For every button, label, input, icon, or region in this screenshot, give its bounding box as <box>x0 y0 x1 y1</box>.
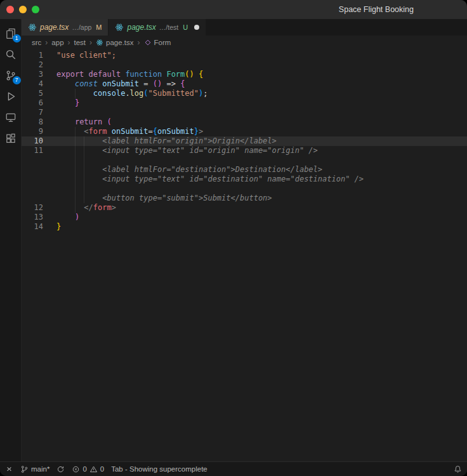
code-line-text <box>56 60 467 70</box>
line-number: 6 <box>22 98 56 108</box>
tab-directory: …/test <box>159 23 178 31</box>
line-number: 14 <box>22 222 56 232</box>
code-line[interactable]: 8 return ( <box>22 117 467 127</box>
code-line-text: <form onSubmit={onSubmit}> <box>56 127 467 136</box>
warning-count: 0 <box>100 465 104 473</box>
code-line[interactable]: 4 const onSubmit = () => { <box>22 79 467 89</box>
activity-run-debug[interactable] <box>2 86 20 107</box>
code-line[interactable]: 1"use client"; <box>22 51 467 60</box>
tab-filename: page.tsx <box>127 23 155 32</box>
code-line[interactable]: 11 <input type="text" id="origin" name="… <box>22 146 467 155</box>
activity-remote-explorer[interactable] <box>2 107 20 128</box>
sync-changes[interactable] <box>56 465 65 473</box>
breadcrumb-separator: › <box>138 38 140 47</box>
tab-page-tsx-app[interactable]: page.tsx …/app M <box>22 19 108 36</box>
code-line-text: <input type="text" id="origin" name="ori… <box>56 146 467 155</box>
code-area[interactable]: 1"use client";23export default function … <box>22 50 467 461</box>
symbol-function-icon <box>144 39 152 46</box>
traffic-lights <box>0 6 44 13</box>
indent-guide <box>84 175 84 184</box>
line-number: 5 <box>22 89 56 98</box>
run-debug-icon <box>5 91 16 102</box>
error-count: 0 <box>82 465 86 473</box>
indent-guide <box>84 194 84 203</box>
breadcrumb-symbol-form[interactable]: Form <box>144 39 171 46</box>
line-number <box>22 165 56 175</box>
activity-explorer[interactable]: 1 <box>2 23 20 44</box>
git-branch-status[interactable]: main* <box>20 465 49 473</box>
errors-icon <box>72 465 80 473</box>
code-line-text <box>56 184 467 194</box>
code-line[interactable]: 6 } <box>22 98 467 108</box>
activity-extensions[interactable] <box>2 128 20 149</box>
indent-guide <box>75 194 76 203</box>
indent-guide <box>75 203 76 213</box>
status-bar: main* 0 0 Tab - Showing supercomplete <box>0 461 467 476</box>
minimize-window-button[interactable] <box>19 6 27 13</box>
breadcrumb: src › app › test › page.tsx <box>22 36 467 50</box>
code-line[interactable]: 7 <box>22 108 467 117</box>
notifications[interactable] <box>454 465 462 473</box>
tab-directory: …/app <box>72 23 91 31</box>
line-number: 8 <box>22 117 56 127</box>
code-line[interactable]: <input type="text" id="destination" name… <box>22 175 467 184</box>
title-bar[interactable]: Space Flight Booking <box>0 0 467 19</box>
unsaved-dot-indicator[interactable] <box>194 25 199 30</box>
explorer-badge: 1 <box>13 34 21 43</box>
code-line[interactable]: 10 <label htmlFor="origin">Origin</label… <box>22 136 467 146</box>
breadcrumb-separator: › <box>68 38 70 47</box>
vscode-window: Space Flight Booking 1 <box>0 0 467 476</box>
code-line-text <box>56 155 467 165</box>
source-control-badge: 7 <box>13 76 21 84</box>
code-line[interactable]: <button type="submit">Submit</button> <box>22 194 467 203</box>
code-line[interactable]: 5 console.log("Submitted"); <box>22 89 467 98</box>
breadcrumb-label: page.tsx <box>106 39 133 46</box>
breadcrumb-page-tsx[interactable]: page.tsx <box>96 39 133 46</box>
code-line[interactable]: <label htmlFor="destination">Destination… <box>22 165 467 175</box>
problems-status[interactable]: 0 0 <box>72 465 104 473</box>
breadcrumb-label: app <box>51 39 63 46</box>
activity-bar: 1 7 <box>0 19 22 461</box>
tab-page-tsx-test[interactable]: page.tsx …/test U <box>109 19 206 36</box>
zoom-window-button[interactable] <box>32 6 39 13</box>
line-number <box>22 155 56 165</box>
code-line[interactable] <box>22 155 467 165</box>
code-line[interactable]: 13 ) <box>22 213 467 222</box>
indent-guide <box>75 146 76 155</box>
activity-source-control[interactable]: 7 <box>2 65 20 86</box>
code-line[interactable]: 9 <form onSubmit={onSubmit}> <box>22 127 467 136</box>
code-line-text: <label htmlFor="origin">Origin</label> <box>56 136 467 146</box>
indent-guide <box>75 127 76 136</box>
line-number <box>22 194 56 203</box>
indent-guide <box>75 184 76 194</box>
code-line[interactable]: 12 </form> <box>22 203 467 213</box>
breadcrumb-src[interactable]: src <box>32 39 41 46</box>
branch-name: main* <box>31 465 49 473</box>
breadcrumb-label: test <box>74 39 86 46</box>
breadcrumb-label: src <box>32 39 41 46</box>
remote-indicator[interactable] <box>5 465 13 473</box>
indent-guide <box>84 155 84 165</box>
code-line-text: <button type="submit">Submit</button> <box>56 194 467 203</box>
indent-guide <box>75 136 76 146</box>
code-line-text: "use client"; <box>56 51 467 60</box>
line-number <box>22 175 56 184</box>
line-number: 1 <box>22 51 56 60</box>
close-window-button[interactable] <box>6 6 14 13</box>
git-status-badge: M <box>96 23 102 31</box>
activity-search[interactable] <box>2 44 20 65</box>
code-line[interactable]: 3export default function Form() { <box>22 70 467 79</box>
indent-guide <box>84 184 84 194</box>
search-icon <box>5 49 16 60</box>
code-line-text: console.log("Submitted"); <box>56 89 467 98</box>
code-line[interactable] <box>22 184 467 194</box>
sync-icon <box>56 465 65 473</box>
breadcrumb-label: Form <box>154 39 171 46</box>
breadcrumb-test[interactable]: test <box>74 39 86 46</box>
code-line[interactable]: 14} <box>22 222 467 232</box>
breadcrumb-app[interactable]: app <box>51 39 63 46</box>
code-line-text: ) <box>56 213 467 222</box>
indent-guide <box>75 165 76 175</box>
code-line[interactable]: 2 <box>22 60 467 70</box>
code-line-text: } <box>56 98 467 108</box>
